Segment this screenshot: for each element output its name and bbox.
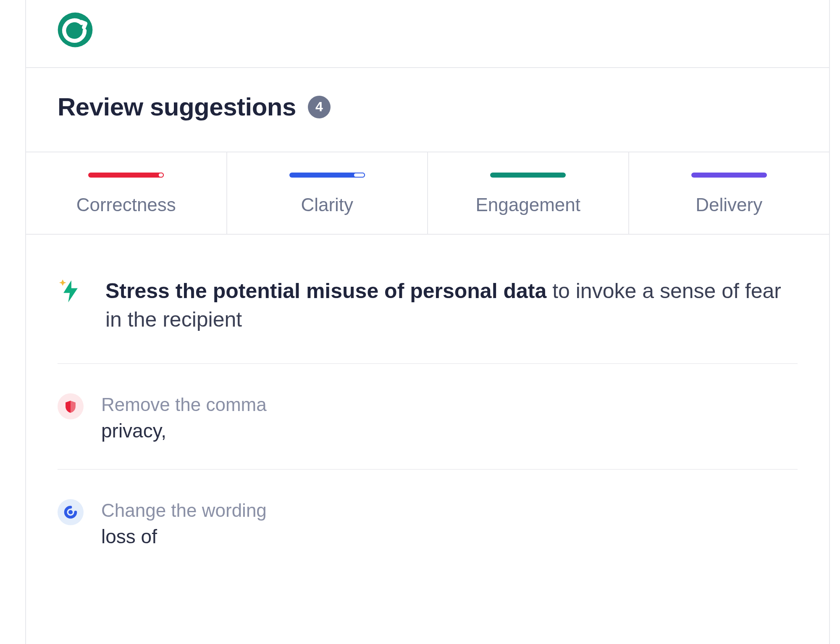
tab-bar-engagement: [490, 173, 566, 178]
grammarly-logo-icon: [55, 11, 95, 50]
logo-row: [26, 0, 829, 68]
tab-correctness[interactable]: Correctness: [26, 152, 227, 234]
svg-point-3: [68, 510, 73, 514]
tab-label: Correctness: [76, 194, 176, 215]
panel-title: Review suggestions: [58, 92, 296, 121]
suggestion-item-primary[interactable]: Stress the potential misuse of personal …: [58, 235, 798, 364]
suggestion-bold: Stress the potential misuse of personal …: [105, 279, 546, 303]
tab-delivery[interactable]: Delivery: [629, 152, 830, 234]
shield-icon: [58, 393, 84, 419]
lightning-sparkle-icon: [58, 277, 84, 304]
tab-label: Clarity: [301, 194, 353, 215]
suggestion-item-clarity[interactable]: Change the wording loss of: [58, 470, 798, 575]
header-row: Review suggestions 4: [26, 68, 829, 152]
suggestion-text: Change the wording loss of: [101, 497, 798, 550]
suggestion-item-correctness[interactable]: Remove the comma privacy,: [58, 364, 798, 470]
suggestion-snippet: privacy,: [101, 419, 789, 444]
suggestions-list: Stress the potential misuse of personal …: [26, 235, 829, 575]
svg-marker-2: [59, 280, 66, 286]
suggestion-category-icon: [58, 393, 84, 419]
suggestion-snippet: loss of: [101, 524, 789, 550]
suggestion-text: Stress the potential misuse of personal …: [105, 277, 798, 334]
tab-label: Delivery: [696, 194, 762, 215]
tab-engagement[interactable]: Engagement: [428, 152, 629, 234]
suggestion-label: Remove the comma: [101, 391, 789, 419]
suggestions-panel: Review suggestions 4 Correctness Clarity…: [25, 0, 830, 644]
suggestion-text: Remove the comma privacy,: [101, 391, 798, 444]
category-tabs: Correctness Clarity Engagement Delivery: [26, 152, 829, 235]
tab-clarity[interactable]: Clarity: [227, 152, 428, 234]
tab-bar-clarity: [289, 173, 365, 178]
suggestion-category-icon: [58, 499, 84, 525]
swirl-icon: [58, 499, 84, 525]
tab-bar-correctness: [88, 173, 164, 178]
svg-marker-1: [63, 280, 78, 303]
tab-bar-delivery: [691, 173, 767, 178]
tab-label: Engagement: [475, 194, 580, 215]
suggestion-count-badge: 4: [308, 96, 331, 118]
suggestion-label: Change the wording: [101, 497, 789, 524]
